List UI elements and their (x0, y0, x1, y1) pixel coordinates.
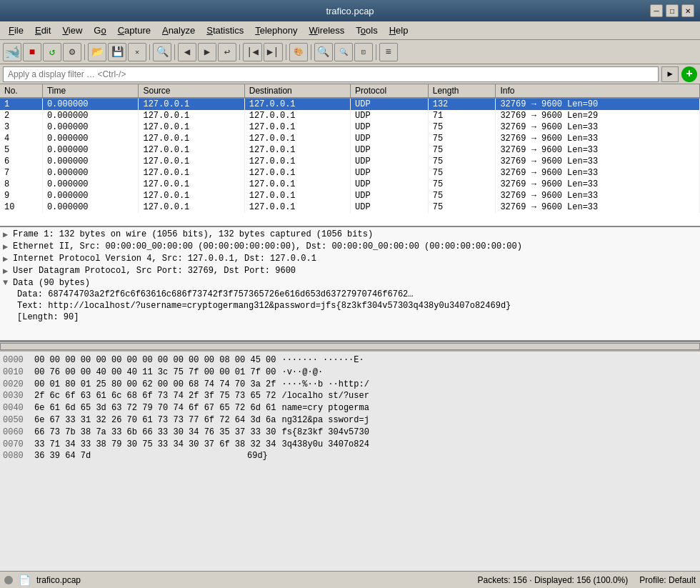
menu-help[interactable]: Help (384, 24, 414, 37)
menu-edit[interactable]: Edit (29, 24, 56, 37)
go-back-button[interactable]: ↩ (218, 43, 236, 61)
detail-data-length: [Length: 90] (0, 312, 700, 323)
close-file-button[interactable]: ✕ (128, 43, 146, 61)
table-row[interactable]: 80.000000127.0.0.1127.0.0.1UDP7532769 → … (0, 179, 700, 190)
menu-wireless[interactable]: Wireless (304, 24, 351, 37)
separator-6 (311, 44, 311, 60)
menu-telephony[interactable]: Telephony (249, 24, 303, 37)
first-packet-button[interactable]: |◀ (243, 43, 262, 61)
menu-view[interactable]: View (56, 24, 88, 37)
detail-data[interactable]: ▼ Data (90 bytes) (0, 277, 700, 289)
table-row[interactable]: 50.000000127.0.0.1127.0.0.1UDP7532769 → … (0, 144, 700, 156)
maximize-button[interactable]: □ (666, 4, 679, 17)
zoom-in-button[interactable]: 🔍 (314, 43, 333, 61)
menu-go[interactable]: Go (88, 24, 111, 37)
next-packet-button[interactable]: ▶ (198, 43, 216, 61)
status-indicator (4, 576, 13, 584)
hex-dump[interactable]: 000000 00 00 00 00 00 00 00 00 00 00 00 … (0, 350, 700, 571)
detail-toggle-ip: ▶ (3, 254, 10, 264)
cell-1: 0.000000 (42, 121, 139, 133)
table-row[interactable]: 70.000000127.0.0.1127.0.0.1UDP7532769 → … (0, 167, 700, 179)
col-destination: Destination (244, 84, 350, 98)
cell-0: 4 (0, 133, 42, 144)
hex-ascii: name=cry ptogerma (281, 402, 369, 414)
packet-list[interactable]: No. Time Source Destination Protocol Len… (0, 84, 700, 227)
table-row[interactable]: 60.000000127.0.0.1127.0.0.1UDP7532769 → … (0, 156, 700, 167)
cell-1: 0.000000 (42, 167, 139, 179)
prev-packet-button[interactable]: ◀ (178, 43, 196, 61)
menu-file[interactable]: File (3, 24, 29, 37)
save-button[interactable]: 💾 (108, 43, 126, 61)
last-packet-button[interactable]: ▶| (264, 43, 283, 61)
options-button[interactable]: ⚙ (63, 43, 81, 61)
cell-3: 127.0.0.1 (244, 190, 350, 201)
hex-row: 001000 76 00 00 40 00 40 11 3c 75 7f 00 … (3, 367, 697, 379)
menu-statistics[interactable]: Statistics (201, 24, 249, 37)
cell-0: 6 (0, 156, 42, 167)
cell-3: 127.0.0.1 (244, 167, 350, 179)
detail-ip[interactable]: ▶ Internet Protocol Version 4, Src: 127.… (0, 253, 700, 265)
menu-analyze[interactable]: Analyze (156, 24, 201, 37)
open-button[interactable]: 📂 (88, 43, 106, 61)
detail-ethernet[interactable]: ▶ Ethernet II, Src: 00:00:00_00:00:00 (0… (0, 241, 700, 253)
window-controls: ─ □ ✕ (650, 4, 694, 17)
hex-offset: 0020 (3, 379, 29, 391)
cell-5: 71 (428, 110, 496, 121)
zoom-out-button[interactable]: 🔍 (334, 43, 353, 61)
col-protocol: Protocol (351, 84, 429, 98)
cell-3: 127.0.0.1 (244, 121, 350, 133)
table-row[interactable]: 20.000000127.0.0.1127.0.0.1UDP7132769 → … (0, 110, 700, 121)
menu-capture[interactable]: Capture (112, 24, 156, 37)
cell-5: 75 (428, 156, 496, 167)
detail-data-text-label: Text: http://localhost/?username=cryptog… (17, 301, 511, 311)
detail-frame[interactable]: ▶ Frame 1: 132 bytes on wire (1056 bits)… (0, 229, 700, 241)
menu-tools[interactable]: Tools (350, 24, 383, 37)
detail-data-length-label: [Length: 90] (17, 312, 79, 322)
columns-button[interactable]: ≡ (379, 43, 398, 61)
toolbar: 🐋 ■ ↺ ⚙ 📂 💾 ✕ 🔍 ◀ ▶ ↩ |◀ ▶| 🎨 🔍 🔍 ⊡ ≡ (0, 40, 700, 64)
hex-bytes: 36 39 64 7d (34, 450, 241, 462)
filter-apply-button[interactable]: ▶ (661, 66, 679, 82)
close-button[interactable]: ✕ (681, 4, 694, 17)
detail-udp[interactable]: ▶ User Datagram Protocol, Src Port: 3276… (0, 265, 700, 277)
restart-capture-button[interactable]: ↺ (43, 43, 61, 61)
detail-data-hex: Data: 687474703a2f2f6c6f63616c686f73742f… (0, 289, 700, 300)
packet-detail[interactable]: ▶ Frame 1: 132 bytes on wire (1056 bits)… (0, 227, 700, 342)
cell-5: 75 (428, 121, 496, 133)
cell-5: 75 (428, 190, 496, 201)
cell-1: 0.000000 (42, 98, 139, 110)
hex-ascii: ·v··@·@· (281, 367, 323, 379)
table-row[interactable]: 90.000000127.0.0.1127.0.0.1UDP7532769 → … (0, 190, 700, 201)
hex-row: 002000 01 80 01 25 80 00 62 00 00 68 74 … (3, 379, 697, 391)
hex-row: 000000 00 00 00 00 00 00 00 00 00 00 00 … (3, 354, 697, 367)
cell-2: 127.0.0.1 (139, 201, 244, 213)
cell-6: 32769 → 9600 Len=33 (496, 144, 700, 156)
hex-bytes: 33 71 34 33 38 79 30 75 33 34 30 37 6f 3… (34, 439, 276, 451)
minimize-button[interactable]: ─ (650, 4, 663, 17)
colorize-button[interactable]: 🎨 (289, 43, 308, 61)
hex-ascii: ng312&pa ssword=j (281, 414, 369, 427)
table-row[interactable]: 30.000000127.0.0.1127.0.0.1UDP7532769 → … (0, 121, 700, 133)
table-row[interactable]: 100.000000127.0.0.1127.0.0.1UDP7532769 →… (0, 201, 700, 213)
cell-2: 127.0.0.1 (139, 133, 244, 144)
hex-ascii: 69d} (247, 450, 268, 462)
table-row[interactable]: 40.000000127.0.0.1127.0.0.1UDP7532769 → … (0, 133, 700, 144)
stop-capture-button[interactable]: ■ (23, 43, 41, 61)
hex-row: 007033 71 34 33 38 79 30 75 33 34 30 37 … (3, 439, 697, 451)
cell-4: UDP (351, 167, 429, 179)
start-capture-button[interactable]: 🐋 (3, 43, 21, 61)
hex-ascii: ····%··b ··http:/ (281, 379, 369, 391)
col-length: Length (428, 84, 496, 98)
find-button[interactable]: 🔍 (153, 43, 171, 61)
menu-bar: File Edit View Go Capture Analyze Statis… (0, 21, 700, 40)
display-filter-input[interactable] (3, 66, 659, 82)
cell-6: 32769 → 9600 Len=33 (496, 201, 700, 213)
col-source: Source (139, 84, 244, 98)
table-row[interactable]: 10.000000127.0.0.1127.0.0.1UDP13232769 →… (0, 98, 700, 110)
horizontal-scrollbar[interactable] (0, 342, 700, 350)
cell-5: 75 (428, 167, 496, 179)
zoom-normal-button[interactable]: ⊡ (354, 43, 373, 61)
hex-bytes: 2f 6c 6f 63 61 6c 68 6f 73 74 2f 3f 75 7… (34, 390, 276, 402)
filter-add-button[interactable]: + (681, 66, 697, 82)
packet-table: No. Time Source Destination Protocol Len… (0, 84, 700, 213)
